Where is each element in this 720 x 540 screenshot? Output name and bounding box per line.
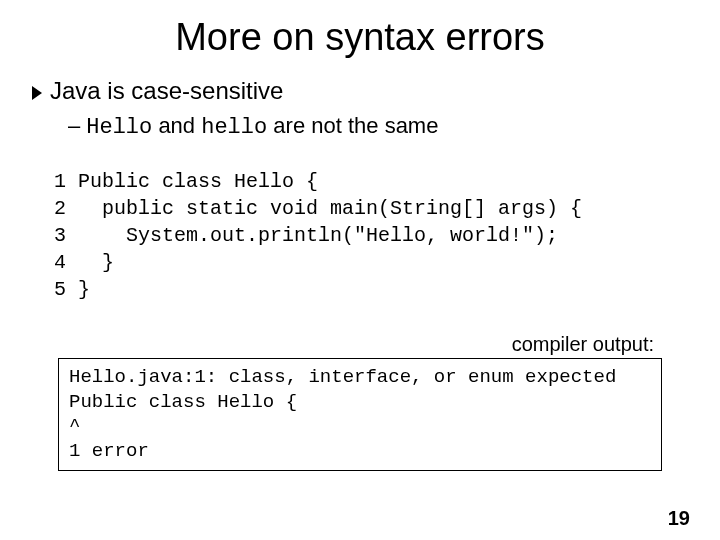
code-word-1: Hello — [86, 115, 152, 140]
compiler-output-box: Hello.java:1: class, interface, or enum … — [58, 358, 662, 471]
slide-title: More on syntax errors — [30, 16, 690, 59]
sub-mid: and — [152, 113, 201, 138]
code-word-2: hello — [201, 115, 267, 140]
sub-bullet-item: – Hello and hello are not the same — [68, 113, 690, 140]
dash-bullet: – — [68, 113, 80, 139]
sub-bullet-text: Hello and hello are not the same — [86, 113, 438, 140]
sub-tail: are not the same — [267, 113, 438, 138]
bullet-item: Java is case-sensitive — [32, 77, 690, 105]
slide: More on syntax errors Java is case-sensi… — [0, 0, 720, 540]
compiler-output-label: compiler output: — [30, 333, 654, 356]
code-listing: 1 Public class Hello { 2 public static v… — [54, 168, 690, 303]
triangle-bullet-icon — [32, 86, 42, 100]
page-number: 19 — [668, 507, 690, 530]
bullet-text: Java is case-sensitive — [50, 77, 283, 105]
